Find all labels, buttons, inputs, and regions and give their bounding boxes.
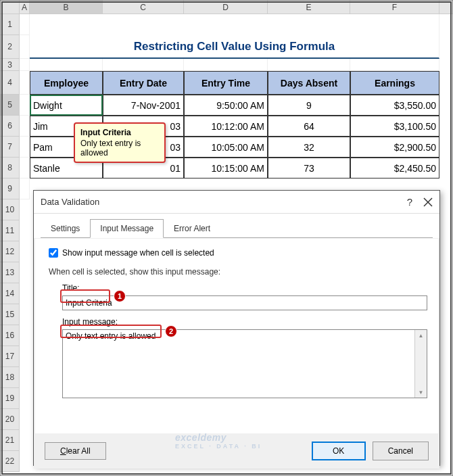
header-earnings[interactable]: Earnings [350, 71, 439, 95]
row-header-13[interactable]: 13 [1, 262, 20, 283]
cell-e7[interactable]: 32 [268, 137, 350, 158]
clear-all-button[interactable]: CClear Alllear All [45, 442, 106, 460]
col-header-f[interactable]: F [350, 1, 439, 14]
cell-f8[interactable]: $2,450.50 [350, 158, 439, 178]
cell-d8[interactable]: 10:15:00 AM [184, 158, 268, 178]
row-header-5[interactable]: 5 [1, 95, 20, 116]
tooltip-body: Only text entry is allowed [80, 139, 159, 158]
col-header-b[interactable]: B [30, 1, 103, 14]
header-days-absent[interactable]: Days Absent [268, 71, 350, 95]
header-employee[interactable]: Employee [30, 71, 103, 95]
callout-2: 2 [165, 325, 177, 337]
row-header-22[interactable]: 22 [1, 451, 20, 472]
col-header-c[interactable]: C [103, 1, 184, 14]
row-header-11[interactable]: 11 [1, 220, 20, 241]
tab-settings[interactable]: Settings [41, 219, 90, 238]
message-label: Input message: [62, 317, 425, 327]
row-header-1[interactable]: 1 [1, 14, 20, 35]
close-icon[interactable] [423, 197, 433, 207]
row-header-21[interactable]: 21 [1, 430, 20, 451]
row-header-16[interactable]: 16 [1, 325, 20, 346]
callout-1: 1 [114, 290, 126, 302]
show-input-checkbox-row[interactable]: Show input message when cell is selected [49, 248, 425, 258]
ok-button[interactable]: OK [312, 442, 366, 460]
cell-c5[interactable]: 7-Nov-2001 [103, 95, 184, 116]
row-header-6[interactable]: 6 [1, 116, 20, 137]
cell-b5[interactable]: Dwight [30, 95, 103, 116]
row-header-8[interactable]: 8 [1, 158, 20, 178]
cell-d5[interactable]: 9:50:00 AM [184, 95, 268, 116]
header-entry-time[interactable]: Entry Time [184, 71, 268, 95]
help-icon[interactable]: ? [407, 196, 412, 208]
cell-d6[interactable]: 10:12:00 AM [184, 116, 268, 137]
row-header-9[interactable]: 9 [1, 178, 20, 199]
scroll-down-icon[interactable]: ▼ [416, 387, 427, 398]
dialog-titlebar[interactable]: Data Validation ? [34, 191, 439, 214]
cell-d7[interactable]: 10:05:00 AM [184, 137, 268, 158]
row-header-3[interactable]: 3 [1, 59, 20, 71]
cancel-button[interactable]: Cancel [373, 442, 429, 460]
tab-input-message[interactable]: Input Message [90, 219, 164, 238]
page-title: Restricting Cell Value Using Formula [30, 35, 439, 59]
tooltip-title: Input Criteria [80, 128, 159, 137]
input-message-tooltip: Input Criteria Only text entry is allowe… [74, 122, 166, 163]
cell-f6[interactable]: $3,100.50 [350, 116, 439, 137]
header-entry-date[interactable]: Entry Date [103, 71, 184, 95]
row-header-12[interactable]: 12 [1, 241, 20, 262]
row-header-10[interactable]: 10 [1, 199, 20, 220]
show-input-label: Show input message when cell is selected [62, 248, 214, 258]
cell-f7[interactable]: $2,900.50 [350, 137, 439, 158]
cell-e6[interactable]: 64 [268, 116, 350, 137]
col-header-a[interactable]: A [20, 1, 30, 14]
cell-e5[interactable]: 9 [268, 95, 350, 116]
textarea-scrollbar[interactable]: ▲ ▼ [414, 330, 427, 398]
watermark: exceldemy EXCEL · DATA · BI [175, 432, 262, 450]
row-header-17[interactable]: 17 [1, 346, 20, 367]
col-header-e[interactable]: E [268, 1, 350, 14]
select-all-corner[interactable] [1, 1, 20, 14]
message-textarea[interactable]: Only text entry is allowed [63, 330, 414, 398]
data-validation-dialog: Data Validation ? Settings Input Message… [33, 190, 440, 466]
scroll-up-icon[interactable]: ▲ [416, 330, 427, 341]
row-header-19[interactable]: 19 [1, 388, 20, 409]
col-header-d[interactable]: D [184, 1, 268, 14]
cell-f5[interactable]: $3,550.00 [350, 95, 439, 116]
row-header-18[interactable]: 18 [1, 367, 20, 388]
row-header-2[interactable]: 2 [1, 35, 20, 59]
row-header-4[interactable]: 4 [1, 71, 20, 95]
row-header-15[interactable]: 15 [1, 304, 20, 325]
row-header-20[interactable]: 20 [1, 409, 20, 430]
prompt-label: When cell is selected, show this input m… [49, 267, 425, 277]
row-header-7[interactable]: 7 [1, 137, 20, 158]
show-input-checkbox[interactable] [49, 248, 58, 258]
row-header-14[interactable]: 14 [1, 283, 20, 304]
dialog-tabs: Settings Input Message Error Alert [34, 214, 439, 238]
tab-error-alert[interactable]: Error Alert [164, 219, 220, 238]
cell-e8[interactable]: 73 [268, 158, 350, 178]
column-headers: A B C D E F [1, 1, 453, 14]
dialog-title: Data Validation [41, 197, 99, 207]
